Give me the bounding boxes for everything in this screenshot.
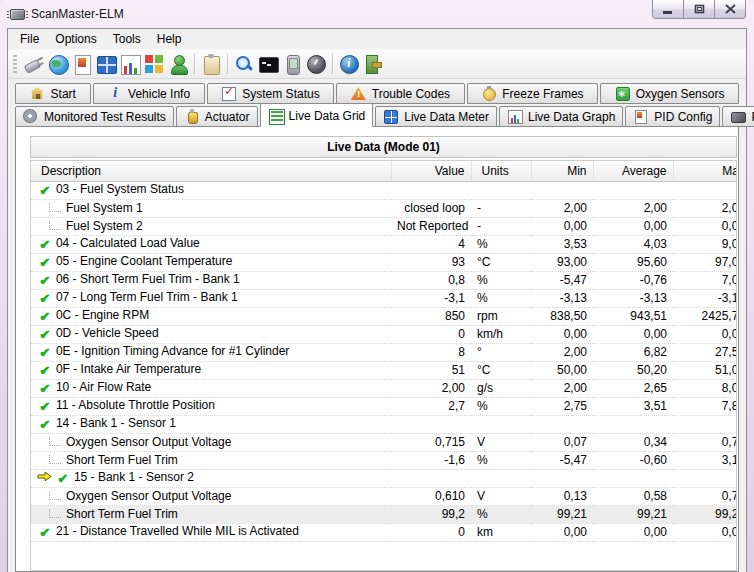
chart-icon[interactable]: [119, 53, 141, 75]
cell-description: ✔0C - Engine RPM: [31, 307, 391, 325]
row-description: 15 - Bank 1 - Sensor 2: [74, 470, 194, 484]
cell-value: closed loop: [391, 199, 471, 217]
exit-icon[interactable]: [362, 53, 384, 75]
tab-label: Live Data Meter: [404, 109, 489, 124]
menu-tools[interactable]: Tools: [105, 30, 149, 48]
live-data-grid[interactable]: DescriptionValueUnitsMinAverageMax ✔03 -…: [30, 160, 737, 571]
tab-system-status[interactable]: System Status: [207, 83, 335, 104]
tab-row-1: StartVehicle InfoSystem StatusTrouble Co…: [15, 83, 739, 104]
graph-icon: [507, 110, 523, 123]
livegrid-icon: [268, 109, 284, 122]
menu-help[interactable]: Help: [149, 30, 190, 48]
info-icon[interactable]: [338, 53, 360, 75]
maximize-button[interactable]: [683, 0, 715, 19]
cell-max: 0,00: [673, 325, 737, 343]
restore-icon: [694, 4, 705, 14]
cell-min: 0,00: [531, 523, 593, 541]
live-data-table: DescriptionValueUnitsMinAverageMax ✔03 -…: [31, 161, 737, 542]
toolbar-grip[interactable]: [13, 55, 17, 73]
tab-label: PID Config: [654, 109, 712, 124]
menu-options[interactable]: Options: [47, 30, 104, 48]
cell-units: -: [471, 217, 531, 235]
cell-min: 2,00: [531, 199, 593, 217]
column-header-description[interactable]: Description: [31, 161, 391, 181]
cell-min: 0,00: [531, 217, 593, 235]
cell-avg: 2,00: [593, 199, 673, 217]
window-controls: [653, 0, 746, 19]
table-row[interactable]: ✔07 - Long Term Fuel Trim - Bank 1-3,1%-…: [31, 289, 737, 307]
table-row[interactable]: ✔03 - Fuel System Status: [31, 181, 737, 199]
menu-file[interactable]: File: [12, 30, 47, 48]
table-row[interactable]: ✔11 - Absolute Throttle Position2,7%2,75…: [31, 397, 737, 415]
cell-units: km: [471, 523, 531, 541]
tab-live-data-graph[interactable]: Live Data Graph: [499, 106, 623, 127]
cell-max: [673, 469, 737, 487]
tab-live-data-grid[interactable]: Live Data Grid: [260, 103, 374, 127]
windows-icon[interactable]: [143, 53, 165, 75]
ok-check-icon: ✔: [39, 399, 50, 414]
clipboard-icon[interactable]: [200, 53, 222, 75]
minimize-button[interactable]: [652, 0, 684, 19]
column-header-max[interactable]: Max: [673, 161, 737, 181]
column-header-min[interactable]: Min: [531, 161, 593, 181]
tab-actuator[interactable]: Actuator: [176, 106, 258, 127]
table-row[interactable]: Oxygen Sensor Output Voltage0,715V0,070,…: [31, 433, 737, 451]
column-header-units[interactable]: Units: [471, 161, 531, 181]
cell-units: [471, 469, 531, 487]
column-header-value[interactable]: Value: [391, 161, 471, 181]
table-row[interactable]: ✔0D - Vehicle Speed0km/h0,000,000,00: [31, 325, 737, 343]
terminal-icon[interactable]: [257, 53, 279, 75]
connect-icon[interactable]: [23, 53, 45, 75]
current-item-arrow-icon: [37, 471, 52, 485]
ok-check-icon: ✔: [39, 525, 50, 540]
tab-trouble-codes[interactable]: Trouble Codes: [336, 83, 464, 104]
cell-max: 0,79: [673, 433, 737, 451]
table-row[interactable]: ✔0E - Ignition Timing Advance for #1 Cyl…: [31, 343, 737, 361]
tab-start[interactable]: Start: [15, 83, 91, 104]
device-icon[interactable]: [281, 53, 303, 75]
tab-freeze-frames[interactable]: Freeze Frames: [467, 83, 599, 104]
cell-avg: 943,51: [593, 307, 673, 325]
row-description: 04 - Calculated Load Value: [56, 236, 200, 250]
tab-oxygen-sensors[interactable]: Oxygen Sensors: [600, 83, 739, 104]
row-description: 14 - Bank 1 - Sensor 1: [56, 416, 176, 430]
table-row[interactable]: Fuel System 2Not Reported-0,000,000,00: [31, 217, 737, 235]
close-button[interactable]: [714, 0, 746, 19]
tab-monitored-test-results[interactable]: Monitored Test Results: [15, 106, 174, 127]
tab-vehicle-info[interactable]: Vehicle Info: [93, 83, 205, 104]
table-row[interactable]: ✔15 - Bank 1 - Sensor 2: [31, 469, 737, 487]
tab-power[interactable]: Power: [722, 106, 754, 127]
table-row[interactable]: ✔21 - Distance Travelled While MIL is Ac…: [31, 523, 737, 541]
table-row[interactable]: Short Term Fuel Trim-1,6%-5,47-0,603,12: [31, 451, 737, 469]
table-row[interactable]: Fuel System 1closed loop-2,002,002,00: [31, 199, 737, 217]
table-row[interactable]: ✔0F - Intake Air Temperature51°C50,0050,…: [31, 361, 737, 379]
live-data-panel: Live Data (Mode 01) DescriptionValueUnit…: [15, 126, 739, 572]
tab-label: Start: [51, 86, 76, 101]
cell-description: ✔04 - Calculated Load Value: [31, 235, 391, 253]
row-description: 03 - Fuel System Status: [56, 182, 184, 196]
table-row[interactable]: ✔05 - Engine Coolant Temperature93°C93,0…: [31, 253, 737, 271]
gauge-icon[interactable]: [305, 53, 327, 75]
cell-avg: -0,60: [593, 451, 673, 469]
table-row[interactable]: ✔0C - Engine RPM850rpm838,50943,512425,7…: [31, 307, 737, 325]
table-row[interactable]: ✔04 - Calculated Load Value4%3,534,039,0…: [31, 235, 737, 253]
meter-icon: [383, 110, 399, 123]
tab-pid-config[interactable]: PID Config: [625, 106, 720, 127]
tab-live-data-meter[interactable]: Live Data Meter: [375, 106, 497, 127]
table-row[interactable]: ✔14 - Bank 1 - Sensor 1: [31, 415, 737, 433]
row-description: Oxygen Sensor Output Voltage: [66, 435, 231, 449]
search-icon[interactable]: [233, 53, 255, 75]
cell-max: [673, 415, 737, 433]
cell-description: ✔03 - Fuel System Status: [31, 181, 391, 199]
column-header-average[interactable]: Average: [593, 161, 673, 181]
cell-description: ✔0D - Vehicle Speed: [31, 325, 391, 343]
user-icon[interactable]: [167, 53, 189, 75]
grid-icon[interactable]: [95, 53, 117, 75]
web-icon[interactable]: [47, 53, 69, 75]
table-row[interactable]: ✔10 - Air Flow Rate2,00g/s2,002,658,00: [31, 379, 737, 397]
titlebar[interactable]: ScanMaster-ELM: [0, 0, 754, 28]
table-row[interactable]: Short Term Fuel Trim99,2%99,2199,2199,21: [31, 505, 737, 523]
table-row[interactable]: ✔06 - Short Term Fuel Trim - Bank 10,8%-…: [31, 271, 737, 289]
report-icon[interactable]: [71, 53, 93, 75]
table-row[interactable]: Oxygen Sensor Output Voltage0,610V0,130,…: [31, 487, 737, 505]
